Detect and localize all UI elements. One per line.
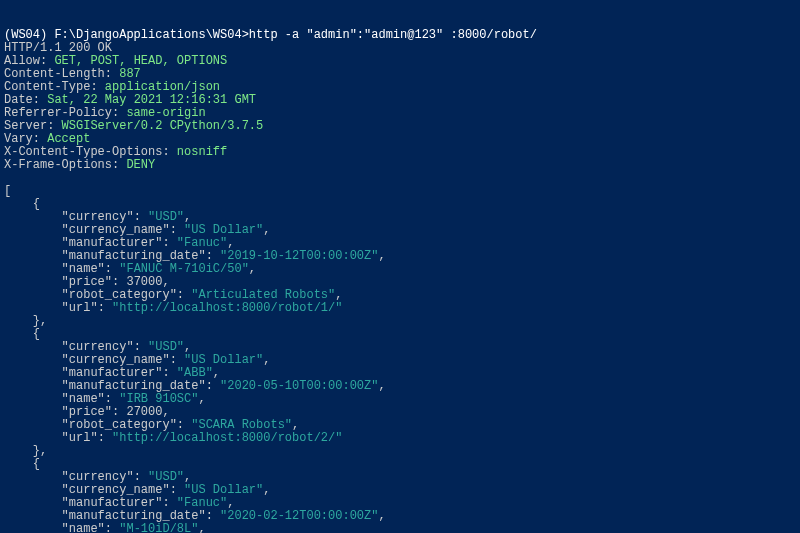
json-string-value: "2019-10-12T00:00:00Z" [220, 249, 378, 263]
json-key: "name" [62, 522, 105, 533]
http-header-value: GET, POST, HEAD, OPTIONS [54, 54, 227, 68]
json-string-value: "FANUC M-710iC/50" [119, 262, 249, 276]
json-key: "name" [62, 262, 105, 276]
json-key: "currency" [62, 210, 134, 224]
http-header-key: Referrer-Policy: [4, 106, 126, 120]
http-header-value: same-origin [126, 106, 205, 120]
http-header-key: Content-Type: [4, 80, 105, 94]
json-string-value: "USD" [148, 470, 184, 484]
json-key: "name" [62, 392, 105, 406]
json-key: "manufacturer" [62, 366, 163, 380]
json-key: "manufacturing_date" [62, 509, 206, 523]
http-header-value: application/json [105, 80, 220, 94]
json-object-close: }, [4, 314, 47, 328]
json-array-open: [ [4, 184, 11, 198]
http-header-key: X-Content-Type-Options: [4, 145, 177, 159]
json-object-open: { [4, 327, 40, 341]
http-header-value: WSGIServer/0.2 CPython/3.7.5 [62, 119, 264, 133]
json-string-value: "USD" [148, 340, 184, 354]
json-key: "currency_name" [62, 483, 170, 497]
json-key: "url" [62, 431, 98, 445]
json-string-value: "USD" [148, 210, 184, 224]
shell-command: http -a "admin":"admin@123" :8000/robot/ [249, 28, 537, 42]
terminal-output[interactable]: (WS04) F:\DjangoApplications\WS04>http -… [0, 26, 800, 533]
json-key: "price" [62, 405, 112, 419]
json-string-value: "M-10iD/8L" [119, 522, 198, 533]
json-key: "url" [62, 301, 98, 315]
http-header-key: Content-Length: [4, 67, 119, 81]
json-string-value: "US Dollar" [184, 223, 263, 237]
json-key: "robot_category" [62, 418, 177, 432]
json-string-value: "IRB 910SC" [119, 392, 198, 406]
http-header-key: Date: [4, 93, 47, 107]
shell-prompt: (WS04) F:\DjangoApplications\WS04> [4, 28, 249, 42]
http-header-key: Vary: [4, 132, 47, 146]
json-string-value: "SCARA Robots" [191, 418, 292, 432]
json-key: "currency_name" [62, 353, 170, 367]
json-key: "currency" [62, 340, 134, 354]
json-string-value: "2020-05-10T00:00:00Z" [220, 379, 378, 393]
json-number-value: 27000 [126, 405, 162, 419]
json-string-value: "Fanuc" [177, 236, 227, 250]
json-string-value: "Articulated Robots" [191, 288, 335, 302]
json-key: "manufacturer" [62, 496, 163, 510]
http-header-value: 887 [119, 67, 141, 81]
http-status-line: HTTP/1.1 200 OK [4, 41, 112, 55]
http-header-key: X-Frame-Options: [4, 158, 126, 172]
http-header-key: Allow: [4, 54, 54, 68]
http-header-key: Server: [4, 119, 62, 133]
json-object-open: { [4, 197, 40, 211]
json-key: "robot_category" [62, 288, 177, 302]
json-key: "currency" [62, 470, 134, 484]
http-header-value: Sat, 22 May 2021 12:16:31 GMT [47, 93, 256, 107]
json-key: "manufacturing_date" [62, 379, 206, 393]
json-string-value: "http://localhost:8000/robot/1/" [112, 301, 342, 315]
http-header-value: Accept [47, 132, 90, 146]
json-key: "manufacturer" [62, 236, 163, 250]
json-string-value: "Fanuc" [177, 496, 227, 510]
json-number-value: 37000 [126, 275, 162, 289]
json-key: "currency_name" [62, 223, 170, 237]
json-string-value: "ABB" [177, 366, 213, 380]
json-string-value: "2020-02-12T00:00:00Z" [220, 509, 378, 523]
json-key: "price" [62, 275, 112, 289]
json-object-close: }, [4, 444, 47, 458]
json-string-value: "US Dollar" [184, 483, 263, 497]
http-header-value: nosniff [177, 145, 227, 159]
json-key: "manufacturing_date" [62, 249, 206, 263]
json-string-value: "http://localhost:8000/robot/2/" [112, 431, 342, 445]
json-string-value: "US Dollar" [184, 353, 263, 367]
http-header-value: DENY [126, 158, 155, 172]
json-object-open: { [4, 457, 40, 471]
